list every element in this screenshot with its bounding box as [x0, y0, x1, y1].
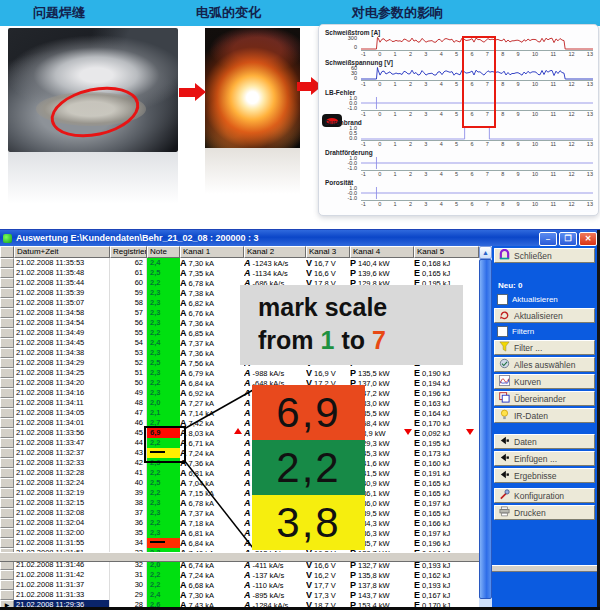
- row-selector[interactable]: [0, 580, 14, 590]
- checkbox-icon[interactable]: [497, 326, 508, 337]
- row-selector[interactable]: [0, 278, 14, 288]
- table-row[interactable]: 21.02.2008 11:34:16492,3A6,92 kAAVP147,2…: [0, 388, 479, 398]
- sidebar-button-ergebnisse[interactable]: Ergebnisse: [494, 468, 595, 483]
- row-selector[interactable]: [0, 498, 14, 508]
- row-selector[interactable]: [0, 268, 14, 278]
- column-header-margin[interactable]: [0, 246, 14, 258]
- maximize-button[interactable]: ❐: [559, 232, 577, 246]
- cell-registriert: 48: [110, 398, 147, 408]
- row-selector[interactable]: [0, 298, 14, 308]
- window-titlebar[interactable]: Auswertung E:\Kundendaten\Behr_21_02_08 …: [0, 230, 600, 246]
- sidebar-button-schließen[interactable]: Schließen: [494, 248, 595, 263]
- channel-A-icon: A: [244, 528, 251, 538]
- cell-kanal1: A6,68 kA: [180, 580, 244, 590]
- channel-A-icon: A: [180, 268, 187, 278]
- sidebar-button-kurven[interactable]: Kurven: [494, 374, 595, 389]
- table-row[interactable]: 21.02.2008 11:35:48612,5A7,35 kAA-1134 k…: [0, 268, 479, 278]
- row-selector[interactable]: [0, 448, 14, 458]
- table-row[interactable]: 21.02.2008 11:32:04362,2A7,18 kAAVP134,3…: [0, 518, 479, 528]
- table-row[interactable]: 21.02.2008 11:32:33422,3A7,36 kAAVP141,6…: [0, 458, 479, 468]
- row-selector[interactable]: [0, 570, 14, 580]
- row-selector[interactable]: [0, 508, 14, 518]
- row-selector[interactable]: [0, 348, 14, 358]
- table-row[interactable]: 21.02.2008 11:32:08372,3A7,37 kAAVP139,5…: [0, 508, 479, 518]
- table-row[interactable]: 21.02.2008 11:34:01462,7A7,42 kAAVP158,4…: [0, 418, 479, 428]
- channel-A-icon: A: [180, 570, 187, 580]
- sidebar-button-alles-auswählen[interactable]: Alles auswählen: [494, 357, 595, 372]
- table-splitter[interactable]: [0, 552, 479, 562]
- sidebar-button-einfügen[interactable]: Einfügen ...: [494, 451, 595, 466]
- table-row[interactable]: 21.02.2008 11:31:37302,2A6,68 kAA-110 kA…: [0, 580, 479, 590]
- checkbox-aktualisieren[interactable]: Aktualisieren: [497, 294, 595, 305]
- row-selector[interactable]: [0, 438, 14, 448]
- table-row[interactable]: 21.02.2008 11:34:11482,0A7,27 kAAVP133,0…: [0, 398, 479, 408]
- column-header-Kanal 3[interactable]: Kanal 3: [306, 246, 350, 258]
- row-selector[interactable]: [0, 328, 14, 338]
- row-selector[interactable]: [0, 488, 14, 498]
- row-selector[interactable]: [0, 518, 14, 528]
- channel-A-icon: A: [180, 590, 187, 600]
- table-row[interactable]: 21.02.2008 11:34:25512,3A6,79 kAA-988 kA…: [0, 368, 479, 378]
- table-row[interactable]: 21.02.2008 11:32:00352,3A6,81 kAAVP136,3…: [0, 528, 479, 538]
- column-header-Datum+Zeit[interactable]: Datum+Zeit: [14, 246, 110, 258]
- table-row[interactable]: 21.02.2008 11:34:05472,1A7,14 kAAVP135,5…: [0, 408, 479, 418]
- row-selector[interactable]: [0, 388, 14, 398]
- row-selector[interactable]: [0, 368, 14, 378]
- sidebar-button-konfiguration[interactable]: Konfiguration: [494, 488, 595, 503]
- cell-kanal5: E0,166 kJ: [414, 518, 479, 528]
- cell-kanal5: E0,194 kJ: [414, 378, 479, 388]
- sidebar-button-daten[interactable]: Daten: [494, 434, 595, 449]
- table-row[interactable]: 21.02.2008 11:32:19392,2A7,15 kAAVP136,1…: [0, 488, 479, 498]
- row-selector[interactable]: [0, 288, 14, 298]
- close-button[interactable]: ✕: [579, 232, 597, 246]
- sidebar-button-filter[interactable]: Filter ...: [494, 340, 595, 355]
- column-header-Kanal 5[interactable]: Kanal 5: [414, 246, 479, 258]
- row-selector[interactable]: [0, 428, 14, 438]
- row-selector[interactable]: [0, 418, 14, 428]
- row-selector[interactable]: [0, 358, 14, 368]
- table-row[interactable]: 21.02.2008 11:33:47442,2A6,71 kAAVP129,3…: [0, 438, 479, 448]
- column-header-Note[interactable]: Note: [147, 246, 180, 258]
- sidebar-button-ir-daten[interactable]: IR-Daten: [494, 408, 595, 423]
- row-selector[interactable]: [0, 538, 14, 548]
- table-row[interactable]: 21.02.2008 11:32:28412,2A6,81 kAAVP141,5…: [0, 468, 479, 478]
- scrollbar-thumb[interactable]: [479, 259, 492, 599]
- sidebar-button-drucken[interactable]: Drucken: [494, 505, 595, 520]
- cell-registriert: 42: [110, 458, 147, 468]
- row-selector[interactable]: [0, 408, 14, 418]
- arrow-icon: [499, 452, 510, 465]
- row-selector[interactable]: [0, 258, 14, 268]
- column-header-Kanal 2[interactable]: Kanal 2: [244, 246, 306, 258]
- table-row[interactable]: 21.02.2008 11:31:5534A6,84 kAAVP135,7 kW…: [0, 538, 479, 548]
- row-selector[interactable]: [0, 318, 14, 328]
- defect-annotation-ellipse: [46, 79, 144, 145]
- sidebar-button-aktualisieren[interactable]: Aktualisieren: [494, 308, 595, 323]
- minimize-button[interactable]: –: [539, 232, 557, 246]
- column-header-Kanal 1[interactable]: Kanal 1: [180, 246, 244, 258]
- table-row[interactable]: 21.02.2008 11:32:3743A7,24 kAAVP145,3 kW…: [0, 448, 479, 458]
- row-selector[interactable]: [0, 398, 14, 408]
- row-selector[interactable]: [0, 308, 14, 318]
- table-row[interactable]: 21.02.2008 11:35:53622,4A7,30 kAA-1243 k…: [0, 258, 479, 268]
- checkbox-icon[interactable]: [497, 294, 508, 305]
- table-row[interactable]: 21.02.2008 11:34:20502,2A6,84 kAA-648 kA…: [0, 378, 479, 388]
- channel-E-icon: E: [414, 498, 420, 508]
- row-selector[interactable]: [0, 528, 14, 538]
- row-selector[interactable]: [0, 590, 14, 600]
- row-selector[interactable]: [0, 478, 14, 488]
- row-selector[interactable]: [0, 458, 14, 468]
- table-row[interactable]: 21.02.2008 11:32:15382,3A6,78 kAAVP136,0…: [0, 498, 479, 508]
- vertical-scrollbar[interactable]: ▲: [479, 246, 492, 610]
- row-selector[interactable]: [0, 338, 14, 348]
- table-row[interactable]: 21.02.2008 11:32:24402,5A7,04 kAAVP140,9…: [0, 478, 479, 488]
- column-header-Registriert[interactable]: Registriert: [110, 246, 147, 258]
- row-selector[interactable]: [0, 378, 14, 388]
- column-header-Kanal 4[interactable]: Kanal 4: [350, 246, 414, 258]
- table-row[interactable]: 21.02.2008 11:31:42312,2A7,24 kAA-137 kA…: [0, 570, 479, 580]
- table-row[interactable]: 21.02.2008 11:31:33292,4A7,30 kAA-895 kA…: [0, 590, 479, 600]
- cell-datetime: 21.02.2008 11:34:29: [14, 358, 110, 368]
- scroll-up-button[interactable]: ▲: [479, 246, 492, 259]
- checkbox-filtern[interactable]: Filtern: [497, 326, 595, 337]
- row-selector[interactable]: [0, 468, 14, 478]
- sidebar-button-übereinander[interactable]: Übereinander: [494, 391, 595, 406]
